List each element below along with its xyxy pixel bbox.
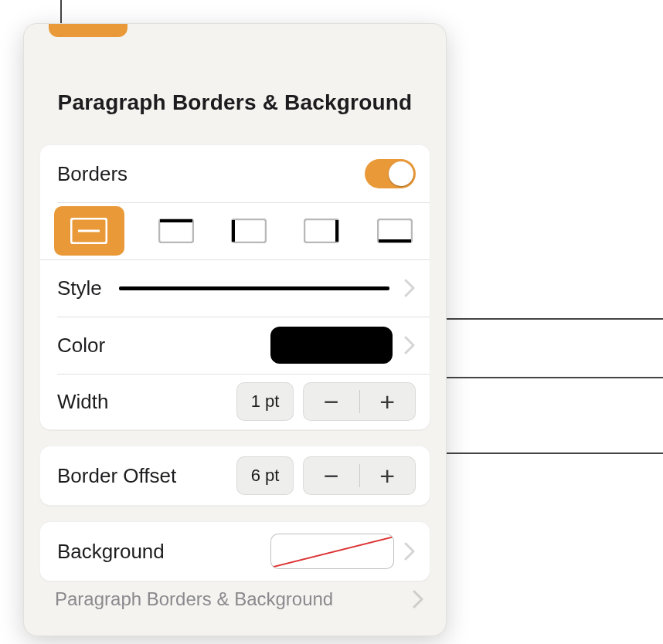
color-row[interactable]: Color [40,317,430,374]
background-label: Background [57,540,165,564]
menu-item-label: Paragraph Borders & Background [55,588,333,610]
border-position-top[interactable] [155,213,197,249]
offset-label: Border Offset [57,464,176,488]
width-value[interactable]: 1 pt [236,382,294,421]
background-row[interactable]: Background [40,522,430,581]
chevron-right-icon [403,541,416,561]
offset-row: Border Offset 6 pt − + [40,446,430,505]
background-card: Background [39,521,430,581]
chevron-right-icon [403,335,416,355]
borders-toggle[interactable] [365,159,416,188]
width-row: Width 1 pt − + [40,374,430,429]
plus-icon: + [379,388,395,415]
border-position-left[interactable] [228,213,270,249]
chevron-right-icon [403,278,416,298]
offset-stepper: − + [303,456,416,495]
borders-section-label: Borders [57,162,128,186]
border-position-segmented [40,202,430,259]
width-stepper: − + [303,382,416,421]
style-label: Style [57,276,102,300]
callout-line-width [436,377,663,378]
plus-icon: + [379,463,395,489]
popover-paragraph-borders: Paragraph Borders & Background Borders [23,23,447,636]
style-preview-solid [119,286,389,290]
borders-toggle-row: Borders [40,145,430,202]
offset-card: Border Offset 6 pt − + [39,446,430,506]
width-increment-button[interactable]: + [360,388,416,415]
style-row[interactable]: Style [40,259,430,317]
border-position-right[interactable] [301,213,342,249]
color-label: Color [57,334,105,358]
width-decrement-button[interactable]: − [304,388,359,415]
svg-rect-4 [232,219,266,242]
offset-increment-button[interactable]: + [360,463,416,489]
menu-item-paragraph-borders[interactable]: Paragraph Borders & Background [39,578,430,620]
border-position-outline[interactable] [54,206,124,256]
chevron-right-icon [412,589,424,609]
background-swatch-none[interactable] [270,534,394,569]
popover-tab-indicator [49,24,128,37]
svg-rect-2 [159,219,193,242]
callout-line-color [431,318,663,320]
callout-line-offset [436,452,663,454]
offset-value[interactable]: 6 pt [236,456,294,495]
border-position-bottom[interactable] [374,213,416,249]
popover-title: Paragraph Borders & Background [24,90,446,115]
svg-rect-6 [304,219,338,242]
minus-icon: − [324,388,339,415]
svg-rect-8 [378,219,412,242]
color-swatch[interactable] [270,327,393,364]
offset-decrement-button[interactable]: − [304,463,359,489]
width-label: Width [57,390,108,414]
borders-card: Borders [39,144,430,430]
minus-icon: − [324,463,339,489]
